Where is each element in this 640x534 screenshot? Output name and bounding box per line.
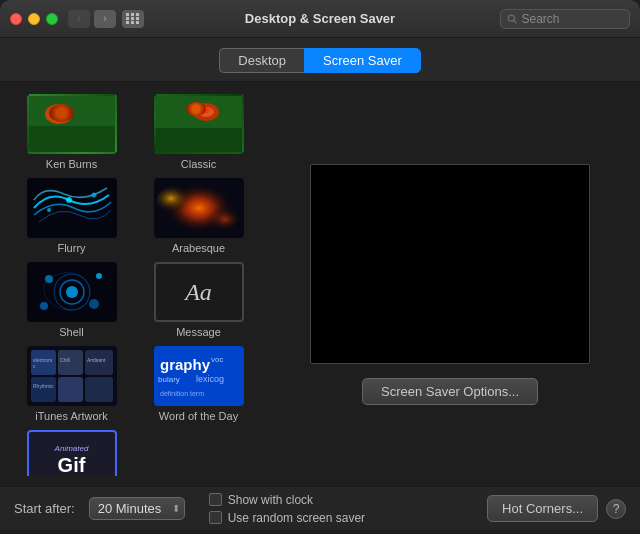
screensaver-list: Ken Burns Classic	[10, 92, 260, 476]
checkboxes: Show with clock Use random screen saver	[209, 493, 365, 525]
ss-thumb-flurry	[27, 178, 117, 238]
grid-button[interactable]	[122, 10, 144, 28]
svg-rect-3	[29, 126, 115, 152]
svg-line-1	[514, 20, 517, 23]
svg-point-5	[50, 108, 68, 120]
tab-group: Desktop Screen Saver	[219, 48, 420, 73]
message-thumb-text: Aa	[185, 279, 212, 306]
svg-point-0	[508, 15, 514, 21]
svg-point-4	[45, 104, 73, 124]
start-after-select-wrapper[interactable]: 1 Minute 2 Minutes 5 Minutes 10 Minutes …	[89, 497, 185, 520]
tabbar: Desktop Screen Saver	[0, 38, 640, 82]
forward-button[interactable]: ›	[94, 10, 116, 28]
window-title: Desktop & Screen Saver	[245, 11, 395, 26]
ss-label-classic: Classic	[181, 158, 216, 170]
preview-area: Screen Saver Options...	[270, 92, 630, 476]
ss-label-itunes: iTunes Artwork	[35, 410, 107, 422]
svg-text:definition term: definition term	[160, 390, 204, 397]
titlebar: ‹ › Desktop & Screen Saver	[0, 0, 640, 38]
hot-corners-button[interactable]: Hot Corners...	[487, 495, 598, 522]
ss-label-flurry: Flurry	[57, 242, 85, 254]
ss-thumb-shell	[27, 262, 117, 322]
ss-item-kenburns[interactable]: Ken Burns	[10, 92, 133, 172]
animatedgif-animated-label: Animated	[55, 444, 89, 454]
bottombar: Start after: 1 Minute 2 Minutes 5 Minute…	[0, 486, 640, 530]
ss-label-wordofday: Word of the Day	[159, 410, 238, 422]
screensaver-options-button[interactable]: Screen Saver Options...	[362, 378, 538, 405]
random-saver-row[interactable]: Use random screen saver	[209, 511, 365, 525]
ss-label-shell: Shell	[59, 326, 83, 338]
svg-text:lexicog: lexicog	[196, 374, 224, 384]
minimize-button[interactable]	[28, 13, 40, 25]
svg-point-11	[203, 107, 209, 113]
ss-item-flurry[interactable]: Flurry	[10, 176, 133, 256]
show-clock-label: Show with clock	[228, 493, 313, 507]
tab-screensaver[interactable]: Screen Saver	[304, 48, 421, 73]
ss-thumb-itunes: electroni c Rhythmic Chill Ambient	[27, 346, 117, 406]
ss-thumb-kenburns	[27, 94, 117, 154]
svg-text:Chill: Chill	[60, 357, 70, 363]
ss-item-arabesque[interactable]: Arabesque	[137, 176, 260, 256]
help-button[interactable]: ?	[606, 499, 626, 519]
svg-rect-34	[85, 377, 113, 402]
start-after-select[interactable]: 1 Minute 2 Minutes 5 Minutes 10 Minutes …	[89, 497, 185, 520]
tab-desktop[interactable]: Desktop	[219, 48, 304, 73]
show-clock-row[interactable]: Show with clock	[209, 493, 365, 507]
start-after-label: Start after:	[14, 501, 75, 516]
svg-point-25	[89, 299, 99, 309]
ss-thumb-message: Aa	[154, 262, 244, 322]
svg-text:graphy: graphy	[160, 356, 211, 373]
nav-buttons: ‹ ›	[68, 10, 116, 28]
svg-rect-32	[31, 377, 56, 402]
ss-item-wordofday[interactable]: graphy voc bulary lexicog definition ter…	[137, 344, 260, 424]
close-button[interactable]	[10, 13, 22, 25]
random-saver-checkbox[interactable]	[209, 511, 222, 524]
grid-icon	[126, 13, 140, 24]
ss-label-message: Message	[176, 326, 221, 338]
ss-thumb-animatedgif: Animated Gif	[27, 430, 117, 476]
ss-item-classic[interactable]: Classic	[137, 92, 260, 172]
ss-label-arabesque: Arabesque	[172, 242, 225, 254]
right-buttons: Hot Corners... ?	[487, 495, 626, 522]
svg-point-13	[66, 197, 72, 203]
back-button[interactable]: ‹	[68, 10, 90, 28]
ss-thumb-classic	[154, 94, 244, 154]
show-clock-checkbox[interactable]	[209, 493, 222, 506]
svg-point-27	[40, 302, 48, 310]
random-saver-label: Use random screen saver	[228, 511, 365, 525]
ss-label-kenburns: Ken Burns	[46, 158, 97, 170]
svg-point-15	[91, 193, 96, 198]
svg-point-24	[45, 275, 53, 283]
main-content: Ken Burns Classic	[0, 82, 640, 486]
svg-point-14	[47, 208, 51, 212]
svg-text:electroni: electroni	[33, 357, 52, 363]
search-input[interactable]	[522, 12, 624, 26]
svg-text:Rhythmic: Rhythmic	[33, 383, 54, 389]
svg-point-23	[66, 286, 78, 298]
svg-rect-33	[58, 377, 83, 402]
svg-point-26	[96, 273, 102, 279]
ss-thumb-wordofday: graphy voc bulary lexicog definition ter…	[154, 346, 244, 406]
ss-thumb-arabesque	[154, 178, 244, 238]
svg-text:voc: voc	[211, 355, 223, 364]
svg-text:bulary: bulary	[158, 375, 180, 384]
search-box[interactable]	[500, 9, 630, 29]
svg-rect-8	[156, 128, 242, 152]
ss-item-animatedgif[interactable]: Animated Gif AnimatedGif	[10, 428, 133, 476]
ss-item-message[interactable]: Aa Message	[137, 260, 260, 340]
animatedgif-gif-label: Gif	[58, 454, 86, 476]
ss-item-itunes[interactable]: electroni c Rhythmic Chill Ambient iTune…	[10, 344, 133, 424]
search-icon	[507, 13, 518, 25]
preview-screen	[310, 164, 590, 364]
ss-item-shell[interactable]: Shell	[10, 260, 133, 340]
svg-point-6	[56, 109, 62, 115]
svg-text:Ambient: Ambient	[87, 357, 106, 363]
maximize-button[interactable]	[46, 13, 58, 25]
traffic-lights	[10, 13, 58, 25]
svg-point-19	[194, 200, 238, 232]
